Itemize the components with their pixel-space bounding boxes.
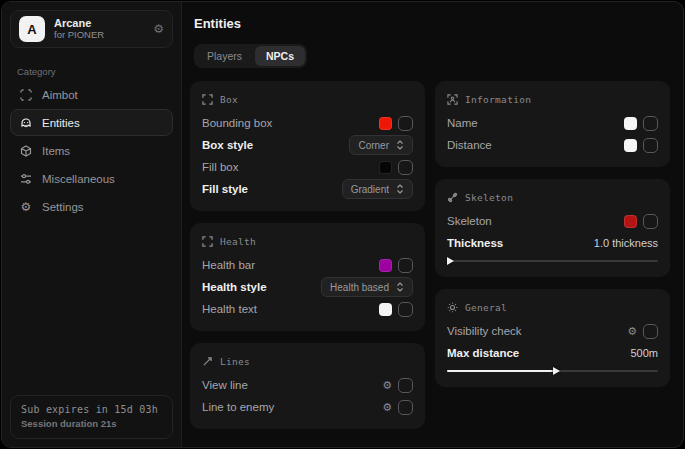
slider-thumb[interactable] xyxy=(553,367,560,375)
tab-npcs[interactable]: NPCs xyxy=(255,46,305,66)
sidebar-item-label: Miscellaneous xyxy=(42,173,115,185)
sidebar-item-miscellaneous[interactable]: Miscellaneous xyxy=(10,165,173,192)
setting-row-view-line: View line ⚙ xyxy=(202,374,413,396)
setting-label: Box style xyxy=(202,139,349,151)
unfold-icon xyxy=(396,184,404,194)
setting-label: Name xyxy=(447,117,624,129)
general-card: General Visibility check ⚙ Max distance … xyxy=(435,289,670,387)
health-text-checkbox[interactable] xyxy=(398,302,413,317)
sidebar-item-label: Items xyxy=(42,145,70,157)
select-value: Gradient xyxy=(351,184,389,195)
line-to-enemy-gear-icon[interactable]: ⚙ xyxy=(382,402,392,413)
color-swatch[interactable] xyxy=(624,117,637,130)
sub-expires-text: Sub expires in 15d 03h xyxy=(21,404,162,415)
visibility-check-gear-icon[interactable]: ⚙ xyxy=(627,326,637,337)
setting-row-fill-style: Fill style Gradient xyxy=(202,178,413,200)
setting-row-box-style: Box style Corner xyxy=(202,134,413,156)
app-title: Arcane xyxy=(54,17,144,30)
gear-icon: ⚙ xyxy=(19,200,33,214)
color-swatch[interactable] xyxy=(379,161,392,174)
tab-players[interactable]: Players xyxy=(196,46,253,66)
category-label: Category xyxy=(17,66,181,77)
setting-label: Distance xyxy=(447,139,624,151)
max-distance-slider[interactable] xyxy=(447,366,658,376)
app-logo: A xyxy=(19,16,45,42)
information-card: Information Name Distance xyxy=(435,81,670,167)
setting-label: Health style xyxy=(202,281,321,293)
visibility-check-checkbox[interactable] xyxy=(643,324,658,339)
setting-label: Visibility check xyxy=(447,325,627,337)
card-title: Skeleton xyxy=(465,192,513,203)
app-window: A Arcane for PIONER ⚙ Category Aimbot xyxy=(1,1,684,448)
subscription-card: Sub expires in 15d 03h Session duration … xyxy=(10,395,173,439)
color-swatch[interactable] xyxy=(379,259,392,272)
card-title: Lines xyxy=(220,356,250,367)
setting-row-health-style: Health style Health based xyxy=(202,276,413,298)
setting-label: Health text xyxy=(202,303,379,315)
card-title: General xyxy=(465,302,507,313)
view-line-checkbox[interactable] xyxy=(398,378,413,393)
page-title: Entities xyxy=(194,16,670,31)
setting-label: Fill box xyxy=(202,161,379,173)
setting-row-visibility-check: Visibility check ⚙ xyxy=(447,320,658,342)
health-style-select[interactable]: Health based xyxy=(321,277,413,297)
box-style-select[interactable]: Corner xyxy=(349,135,413,155)
card-title: Information xyxy=(465,94,531,105)
setting-row-line-to-enemy: Line to enemy ⚙ xyxy=(202,396,413,418)
bone-icon xyxy=(447,192,458,203)
slider-thumb[interactable] xyxy=(447,257,454,265)
entities-icon xyxy=(19,117,33,129)
bounding-box-checkbox[interactable] xyxy=(398,116,413,131)
name-checkbox[interactable] xyxy=(643,116,658,131)
card-title: Health xyxy=(220,236,256,247)
color-swatch[interactable] xyxy=(624,215,637,228)
color-swatch[interactable] xyxy=(379,117,392,130)
setting-row-skeleton: Skeleton xyxy=(447,210,658,232)
items-icon xyxy=(19,145,33,157)
setting-label: Line to enemy xyxy=(202,401,382,413)
corner-brackets-icon xyxy=(202,94,213,105)
setting-label: Bounding box xyxy=(202,117,379,129)
sidebar-item-items[interactable]: Items xyxy=(10,137,173,164)
app-subtitle: for PIONER xyxy=(54,30,144,41)
fill-style-select[interactable]: Gradient xyxy=(342,179,413,199)
setting-row-health-bar: Health bar xyxy=(202,254,413,276)
setting-label: Skeleton xyxy=(447,215,624,227)
box-card: Box Bounding box Box style Corner xyxy=(190,81,425,211)
card-title: Box xyxy=(220,94,238,105)
line-to-enemy-checkbox[interactable] xyxy=(398,400,413,415)
select-value: Corner xyxy=(358,140,389,151)
sidebar-item-aimbot[interactable]: Aimbot xyxy=(10,81,173,108)
sidebar: A Arcane for PIONER ⚙ Category Aimbot xyxy=(2,2,182,447)
lines-card: Lines View line ⚙ Line to enemy ⚙ xyxy=(190,343,425,429)
view-line-gear-icon[interactable]: ⚙ xyxy=(382,380,392,391)
color-swatch[interactable] xyxy=(379,303,392,316)
setting-row-thickness: Thickness 1.0 thickness xyxy=(447,232,658,254)
setting-row-health-text: Health text xyxy=(202,298,413,320)
setting-label: Max distance xyxy=(447,347,630,359)
setting-row-bounding-box: Bounding box xyxy=(202,112,413,134)
skeleton-checkbox[interactable] xyxy=(643,214,658,229)
select-value: Health based xyxy=(330,282,389,293)
header-settings-gear-icon[interactable]: ⚙ xyxy=(153,22,164,36)
setting-label: View line xyxy=(202,379,382,391)
setting-label: Fill style xyxy=(202,183,342,195)
aimbot-icon xyxy=(19,89,33,101)
distance-checkbox[interactable] xyxy=(643,138,658,153)
sidebar-nav: Aimbot Entities Items xyxy=(2,81,181,220)
sidebar-item-settings[interactable]: ⚙ Settings xyxy=(10,193,173,220)
max-distance-value: 500m xyxy=(630,347,658,359)
sidebar-item-label: Entities xyxy=(42,117,80,129)
fill-box-checkbox[interactable] xyxy=(398,160,413,175)
sun-icon xyxy=(447,302,458,313)
scan-person-icon xyxy=(447,94,458,105)
sidebar-item-label: Settings xyxy=(42,201,84,213)
corner-brackets-icon xyxy=(202,236,213,247)
sidebar-item-entities[interactable]: Entities xyxy=(10,109,173,136)
color-swatch[interactable] xyxy=(624,139,637,152)
health-card: Health Health bar Health style Health ba… xyxy=(190,223,425,331)
setting-row-name: Name xyxy=(447,112,658,134)
thickness-slider[interactable] xyxy=(447,256,658,266)
tab-bar: Players NPCs xyxy=(194,44,307,68)
health-bar-checkbox[interactable] xyxy=(398,258,413,273)
